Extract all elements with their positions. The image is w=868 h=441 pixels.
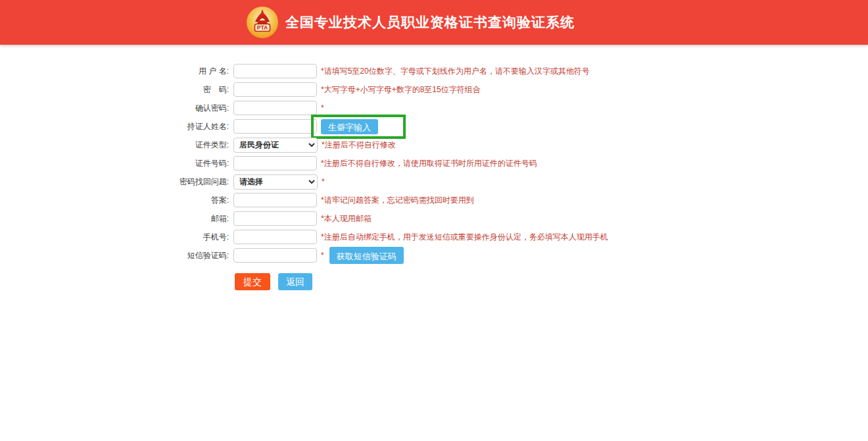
form-row-email: 邮箱: *本人现用邮箱: [0, 211, 868, 226]
form-row-password: 密 码: *大写字母+小写字母+数字的8至15位字符组合: [0, 82, 868, 97]
submit-button[interactable]: 提交: [235, 273, 270, 290]
email-label: 邮箱:: [150, 213, 229, 224]
mobile-label: 手机号:: [150, 232, 229, 243]
header-brand: PTA 全国专业技术人员职业资格证书查询验证系统: [246, 6, 575, 39]
password-input[interactable]: [233, 82, 317, 97]
form-row-confirm-password: 确认密码: *: [0, 101, 868, 115]
username-hint: *请填写5至20位数字、字母或下划线作为用户名，请不要输入汉字或其他符号: [321, 66, 590, 77]
email-hint: *本人现用邮箱: [321, 213, 372, 224]
svg-text:PTA: PTA: [257, 24, 268, 31]
sms-code-input[interactable]: [233, 248, 317, 263]
password-label: 密 码:: [150, 84, 229, 95]
form-row-answer: 答案: *请牢记问题答案，忘记密码需找回时要用到: [0, 193, 868, 207]
pta-logo-icon: PTA: [246, 6, 279, 39]
form-row-recovery-question: 密码找回问题: 请选择 *: [0, 174, 868, 189]
id-number-hint: *注册后不得自行修改，请使用取得证书时所用证件的证件号码: [321, 158, 537, 169]
username-input[interactable]: [233, 64, 317, 78]
recovery-question-hint: *: [322, 177, 325, 186]
confirm-password-hint: *: [321, 103, 324, 113]
recovery-question-select[interactable]: 请选择: [233, 174, 318, 190]
password-hint: *大写字母+小写字母+数字的8至15位字符组合: [321, 84, 481, 95]
form-row-sms-code: 短信验证码: * 获取短信验证码: [0, 248, 868, 263]
answer-input[interactable]: [233, 193, 317, 207]
mobile-input[interactable]: [233, 230, 317, 244]
answer-label: 答案:: [150, 195, 229, 206]
page-header: PTA 全国专业技术人员职业资格证书查询验证系统: [0, 0, 868, 45]
mobile-hint: *注册后自动绑定手机，用于发送短信或重要操作身份认定，务必填写本人现用手机: [321, 232, 608, 243]
form-actions: 提交 返回: [0, 273, 868, 290]
username-label: 用 户 名:: [150, 66, 229, 77]
id-number-label: 证件号码:: [150, 158, 229, 169]
answer-hint: *请牢记问题答案，忘记密码需找回时要用到: [321, 195, 474, 206]
registration-form: 用 户 名: *请填写5至20位数字、字母或下划线作为用户名，请不要输入汉字或其…: [0, 64, 868, 290]
holder-name-label: 持证人姓名:: [150, 121, 229, 132]
email-input[interactable]: [233, 211, 317, 226]
id-type-hint: *注册后不得自行修改: [322, 140, 396, 151]
form-row-id-number: 证件号码: *注册后不得自行修改，请使用取得证书时所用证件的证件号码: [0, 156, 868, 170]
form-row-id-type: 证件类型: 居民身份证 *注册后不得自行修改: [0, 138, 868, 152]
form-row-username: 用 户 名: *请填写5至20位数字、字母或下划线作为用户名，请不要输入汉字或其…: [0, 64, 868, 78]
back-button[interactable]: 返回: [278, 273, 312, 290]
rare-char-input-button[interactable]: 生僻字输入: [321, 119, 378, 134]
sms-code-label: 短信验证码:: [150, 250, 229, 261]
sms-code-hint: *: [321, 251, 324, 260]
form-row-mobile: 手机号: *注册后自动绑定手机，用于发送短信或重要操作身份认定，务必填写本人现用…: [0, 230, 868, 244]
id-number-input[interactable]: [233, 156, 317, 170]
id-type-select[interactable]: 居民身份证: [233, 138, 318, 153]
holder-name-input[interactable]: [233, 119, 317, 134]
form-row-holder-name: 持证人姓名: 生僻字输入: [0, 119, 868, 134]
id-type-label: 证件类型:: [150, 140, 229, 151]
confirm-password-input[interactable]: [233, 101, 317, 115]
page-title: 全国专业技术人员职业资格证书查询验证系统: [285, 13, 575, 32]
recovery-question-label: 密码找回问题:: [150, 176, 229, 188]
get-sms-code-button[interactable]: 获取短信验证码: [329, 247, 404, 264]
confirm-password-label: 确认密码:: [150, 103, 229, 114]
